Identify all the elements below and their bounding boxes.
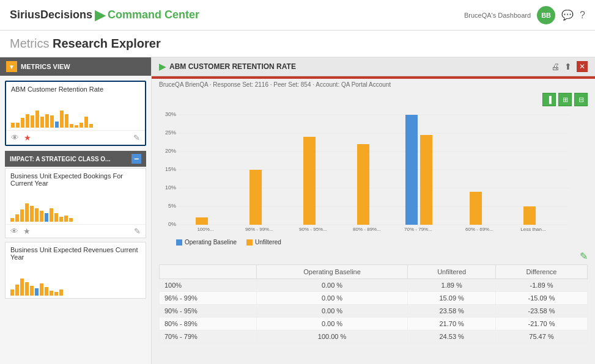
star-icon[interactable]: ★ xyxy=(24,133,31,142)
col-header-baseline: Operating Baseline xyxy=(256,265,408,279)
edit-icon-area: ✎ xyxy=(159,248,588,264)
svg-rect-25 xyxy=(470,192,482,225)
eye-icon[interactable]: 👁 xyxy=(11,133,19,142)
logo-arrow-icon: ▶ xyxy=(95,7,105,23)
avatar-button[interactable]: BB xyxy=(537,6,555,24)
legend-unfiltered: Unfiltered xyxy=(246,239,281,246)
svg-text:5%: 5% xyxy=(168,203,176,209)
svg-text:20%: 20% xyxy=(165,148,176,154)
impact-mini-chart-1 xyxy=(6,191,146,224)
svg-rect-27 xyxy=(523,206,536,225)
edit-icon-2[interactable]: ✎ xyxy=(134,227,141,236)
svg-text:90% - 95%...: 90% - 95%... xyxy=(299,227,327,232)
footer-icons: 👁 ★ xyxy=(11,133,31,142)
dashboard-label: BruceQA's Dashboard xyxy=(464,12,531,19)
metric-card-title: ABM Customer Retention Rate xyxy=(6,82,145,96)
table-row: 70% - 79% 100.00 % 24.53 % 75.47 % xyxy=(160,330,588,343)
table-cell-difference: -21.70 % xyxy=(495,318,587,330)
chat-icon-button[interactable]: 💬 xyxy=(561,9,574,21)
svg-rect-20 xyxy=(357,144,369,225)
page-title-light: Metrics xyxy=(10,37,53,50)
panel-arrow-icon: ▶ xyxy=(159,62,166,71)
legend-baseline-color xyxy=(176,239,182,246)
logo-area: SiriusDecisions ▶ Command Center xyxy=(10,7,199,23)
other-chart-type-button[interactable]: ⊟ xyxy=(574,93,588,106)
metric-card-abm[interactable]: ABM Customer Retention Rate xyxy=(5,81,146,146)
svg-text:30%: 30% xyxy=(165,111,176,117)
help-icon-button[interactable]: ? xyxy=(580,10,585,21)
chart-info: BruceQA BrienQA · Response Set: 2116 · P… xyxy=(152,79,595,90)
page-title: Metrics Research Explorer xyxy=(10,37,585,51)
svg-text:15%: 15% xyxy=(165,166,176,172)
table-cell-baseline: 0.00 % xyxy=(256,305,408,318)
metric-card-footer: 👁 ★ ✎ xyxy=(6,130,145,145)
metrics-view-icon: ▼ xyxy=(6,61,17,72)
svg-text:10%: 10% xyxy=(165,184,176,191)
chart-container: ▐ ⊞ ⊟ 30% 25% 20% 15% 10% 5% 0% xyxy=(152,90,595,236)
table-cell-baseline: 0.00 % xyxy=(256,318,408,330)
app-header: SiriusDecisions ▶ Command Center BruceQA… xyxy=(0,0,595,31)
print-button[interactable]: 🖨 xyxy=(551,61,560,72)
svg-text:Less than...: Less than... xyxy=(520,227,545,232)
edit-pencil-icon[interactable]: ✎ xyxy=(580,251,588,261)
col-header-label xyxy=(160,265,257,279)
legend-baseline-label: Operating Baseline xyxy=(185,239,237,246)
legend-unfiltered-label: Unfiltered xyxy=(255,239,281,246)
close-button[interactable]: ✕ xyxy=(577,61,588,72)
impact-header: IMPACT: A STRATEGIC CLASS O... − xyxy=(5,151,146,167)
table-cell-label: 80% - 89% xyxy=(160,318,257,330)
svg-rect-22 xyxy=(405,115,418,225)
edit-icon[interactable]: ✎ xyxy=(133,133,140,142)
table-row: 100% 0.00 % 1.89 % -1.89 % xyxy=(160,279,588,292)
chart-legend: Operating Baseline Unfiltered xyxy=(152,236,595,248)
chart-svg-wrap: 30% 25% 20% 15% 10% 5% 0% xyxy=(159,110,588,234)
svg-rect-23 xyxy=(420,135,432,225)
col-header-unfiltered: Unfiltered xyxy=(408,265,496,279)
logo-command: Command Center xyxy=(108,9,199,21)
table-cell-difference: -15.09 % xyxy=(495,292,587,305)
star-icon-2[interactable]: ★ xyxy=(23,227,31,236)
data-table-section: ✎ Operating Baseline Unfiltered Differen… xyxy=(152,248,595,364)
svg-rect-14 xyxy=(196,217,208,225)
table-cell-difference: 75.47 % xyxy=(495,330,587,343)
svg-text:60% - 69%...: 60% - 69%... xyxy=(465,227,493,232)
impact-header-label: IMPACT: A STRATEGIC CLASS O... xyxy=(10,156,110,162)
sidebar: ▼ METRICS VIEW ABM Customer Retention Ra… xyxy=(0,57,152,364)
impact-collapse-button[interactable]: − xyxy=(131,154,141,164)
logo-sirius: SiriusDecisions xyxy=(10,9,92,21)
metric-mini-chart xyxy=(6,96,145,130)
panel-actions: 🖨 ⬆ ✕ xyxy=(551,61,588,72)
svg-text:96% - 99%...: 96% - 99%... xyxy=(245,227,273,232)
svg-text:0%: 0% xyxy=(168,221,176,227)
table-cell-baseline: 100.00 % xyxy=(256,330,408,343)
chart-type-icons: ▐ ⊞ ⊟ xyxy=(542,93,588,106)
data-table: Operating Baseline Unfiltered Difference… xyxy=(159,264,588,343)
panel-title-area: ▶ ABM CUSTOMER RETENTION RATE xyxy=(159,62,296,71)
bar-chart-type-button[interactable]: ▐ xyxy=(542,93,556,106)
impact-card-2-title: Business Unit Expected Revenues Current … xyxy=(6,242,146,264)
main-chart-svg: 30% 25% 20% 15% 10% 5% 0% xyxy=(159,110,575,232)
impact-card-1-title: Business Unit Expected Bookings For Curr… xyxy=(6,169,146,191)
svg-rect-18 xyxy=(303,137,316,225)
table-row: 80% - 89% 0.00 % 21.70 % -21.70 % xyxy=(160,318,588,330)
right-panel: ▶ ABM CUSTOMER RETENTION RATE 🖨 ⬆ ✕ Bruc… xyxy=(152,57,595,364)
table-cell-unfiltered: 23.58 % xyxy=(408,305,496,318)
svg-rect-16 xyxy=(249,170,262,225)
table-cell-difference: -1.89 % xyxy=(495,279,587,292)
panel-title: ABM CUSTOMER RETENTION RATE xyxy=(169,62,296,71)
panel-header: ▶ ABM CUSTOMER RETENTION RATE 🖨 ⬆ ✕ xyxy=(152,57,595,76)
main-layout: ▼ METRICS VIEW ABM Customer Retention Ra… xyxy=(0,57,595,364)
table-cell-difference: -23.58 % xyxy=(495,305,587,318)
table-cell-baseline: 0.00 % xyxy=(256,292,408,305)
share-button[interactable]: ⬆ xyxy=(564,61,572,72)
table-chart-type-button[interactable]: ⊞ xyxy=(558,93,572,106)
impact-mini-chart-2 xyxy=(6,264,146,298)
impact-section: IMPACT: A STRATEGIC CLASS O... − Busines… xyxy=(5,151,146,299)
impact-card-1[interactable]: Business Unit Expected Bookings For Curr… xyxy=(5,168,146,238)
eye-icon-2[interactable]: 👁 xyxy=(10,227,18,236)
impact-card-2[interactable]: Business Unit Expected Revenues Current … xyxy=(5,242,146,299)
page-title-bold: Research Explorer xyxy=(53,37,161,50)
svg-text:100%...: 100%... xyxy=(197,227,213,232)
svg-text:70% - 79%...: 70% - 79%... xyxy=(404,227,432,232)
svg-text:25%: 25% xyxy=(165,129,176,136)
